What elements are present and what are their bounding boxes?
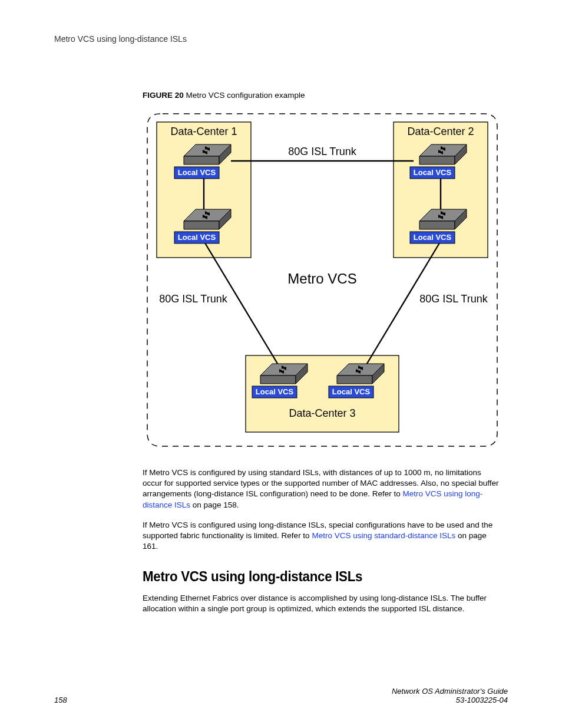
paragraph-2: If Metro VCS is configured using long-di…: [143, 520, 502, 552]
svg-marker-9: [184, 156, 219, 164]
section-body: Extending Ethernet Fabrics over distance…: [143, 593, 502, 614]
dc1-label: Data-Center 1: [170, 126, 237, 137]
page-footer: 158 Network OS Administrator's Guide 53-…: [54, 687, 508, 704]
svg-line-7: [361, 241, 441, 374]
link-standard-distance-isls[interactable]: Metro VCS using standard-distance ISLs: [312, 531, 455, 540]
figure-diagram: Local VCS Local VCS Local VCS Local VCS …: [143, 109, 502, 451]
local-vcs-label: Local VCS: [174, 167, 219, 179]
svg-marker-21: [260, 375, 296, 384]
figure-caption: FIGURE 20 Metro VCS configuration exampl…: [143, 91, 508, 100]
dc2-label: Data-Center 2: [407, 126, 474, 137]
p1-text-b: on page 158.: [190, 500, 239, 509]
footer-doc-id: 53-1003225-04: [392, 696, 508, 704]
trunk-left-label: 80G ISL Trunk: [159, 293, 227, 305]
svg-text:Local VCS: Local VCS: [414, 233, 452, 242]
page-number: 158: [54, 696, 67, 704]
footer-guide-title: Network OS Administrator's Guide: [392, 687, 508, 696]
svg-marker-12: [184, 221, 219, 229]
svg-marker-18: [419, 221, 455, 229]
metro-vcs-label: Metro VCS: [287, 271, 356, 286]
figure-caption-text: Metro VCS configuration example: [186, 91, 305, 100]
svg-marker-24: [337, 375, 372, 384]
svg-line-6: [204, 241, 284, 374]
running-header: Metro VCS using long-distance ISLs: [54, 34, 508, 44]
trunk-right-label: 80G ISL Trunk: [419, 293, 488, 305]
dc3-label: Data-Center 3: [289, 407, 355, 419]
svg-text:Local VCS: Local VCS: [256, 387, 294, 396]
figure-label: FIGURE 20: [143, 91, 184, 100]
svg-text:Local VCS: Local VCS: [332, 387, 371, 396]
svg-text:Local VCS: Local VCS: [414, 168, 452, 177]
svg-text:Local VCS: Local VCS: [178, 168, 216, 177]
trunk-top-label: 80G ISL Trunk: [288, 146, 356, 157]
paragraph-1: If Metro VCS is configured by using stan…: [143, 467, 502, 510]
svg-text:Local VCS: Local VCS: [178, 233, 216, 242]
section-heading: Metro VCS using long-distance ISLs: [143, 569, 497, 585]
svg-marker-15: [419, 156, 455, 164]
